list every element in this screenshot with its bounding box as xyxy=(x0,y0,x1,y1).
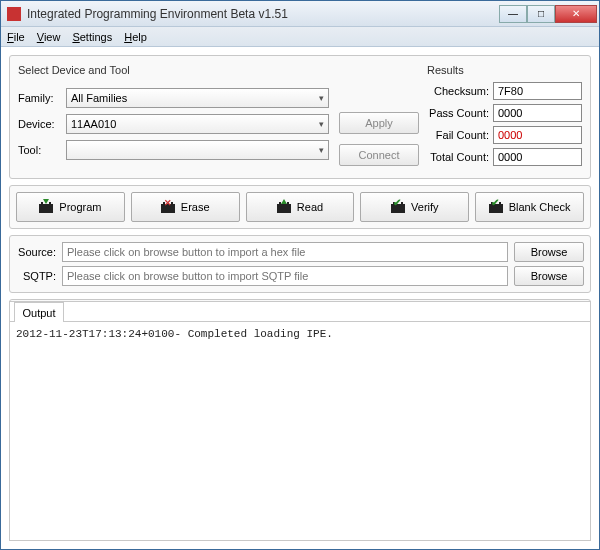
family-label: Family: xyxy=(18,92,60,104)
results-section: Results Checksum: 7F80 Pass Count: 0000 … xyxy=(427,64,582,170)
erase-label: Erase xyxy=(181,201,210,213)
menubar: File View Settings Help xyxy=(1,27,599,47)
tool-label: Tool: xyxy=(18,144,60,156)
actions-panel: Program ✕ Erase Read ✔ Verify ✔ Blank Ch… xyxy=(9,185,591,229)
read-icon xyxy=(277,201,291,213)
fail-count-label: Fail Count: xyxy=(427,129,489,141)
source-panel: Source: Browse SQTP: Browse xyxy=(9,235,591,293)
device-value: 11AA010 xyxy=(71,118,116,130)
select-legend: Select Device and Tool xyxy=(18,64,419,76)
minimize-button[interactable]: — xyxy=(499,5,527,23)
device-combo[interactable]: 11AA010 xyxy=(66,114,329,134)
results-legend: Results xyxy=(427,64,582,76)
blank-check-button[interactable]: ✔ Blank Check xyxy=(475,192,584,222)
connect-button[interactable]: Connect xyxy=(339,144,419,166)
output-tab[interactable]: Output xyxy=(14,302,64,322)
family-value: All Families xyxy=(71,92,127,104)
program-label: Program xyxy=(59,201,101,213)
verify-label: Verify xyxy=(411,201,439,213)
source-label: Source: xyxy=(16,246,56,258)
pass-count-value: 0000 xyxy=(493,104,582,122)
top-panel: Select Device and Tool Family: All Famil… xyxy=(9,55,591,179)
output-textarea[interactable]: 2012-11-23T17:13:24+0100- Completed load… xyxy=(10,321,590,540)
blank-check-label: Blank Check xyxy=(509,201,571,213)
total-count-value: 0000 xyxy=(493,148,582,166)
total-count-label: Total Count: xyxy=(427,151,489,163)
apply-button[interactable]: Apply xyxy=(339,112,419,134)
checksum-label: Checksum: xyxy=(427,85,489,97)
browse-source-button[interactable]: Browse xyxy=(514,242,584,262)
content-area: Select Device and Tool Family: All Famil… xyxy=(1,47,599,301)
select-device-section: Select Device and Tool Family: All Famil… xyxy=(18,64,419,170)
verify-icon: ✔ xyxy=(391,201,405,213)
tool-combo[interactable] xyxy=(66,140,329,160)
maximize-button[interactable]: □ xyxy=(527,5,555,23)
window-buttons: — □ ✕ xyxy=(499,5,597,23)
pass-count-label: Pass Count: xyxy=(427,107,489,119)
program-button[interactable]: Program xyxy=(16,192,125,222)
read-label: Read xyxy=(297,201,323,213)
output-section: Output 2012-11-23T17:13:24+0100- Complet… xyxy=(9,301,591,541)
family-combo[interactable]: All Families xyxy=(66,88,329,108)
fail-count-value: 0000 xyxy=(493,126,582,144)
sqtp-input[interactable] xyxy=(62,266,508,286)
program-icon xyxy=(39,201,53,213)
window-title: Integrated Programming Environment Beta … xyxy=(27,7,499,21)
menu-view[interactable]: View xyxy=(37,31,61,43)
erase-icon: ✕ xyxy=(161,201,175,213)
device-label: Device: xyxy=(18,118,60,130)
menu-help[interactable]: Help xyxy=(124,31,147,43)
checksum-value: 7F80 xyxy=(493,82,582,100)
sqtp-label: SQTP: xyxy=(16,270,56,282)
blank-check-icon: ✔ xyxy=(489,201,503,213)
read-button[interactable]: Read xyxy=(246,192,355,222)
browse-sqtp-button[interactable]: Browse xyxy=(514,266,584,286)
menu-file[interactable]: File xyxy=(7,31,25,43)
close-button[interactable]: ✕ xyxy=(555,5,597,23)
verify-button[interactable]: ✔ Verify xyxy=(360,192,469,222)
titlebar: Integrated Programming Environment Beta … xyxy=(1,1,599,27)
source-input[interactable] xyxy=(62,242,508,262)
app-icon xyxy=(7,7,21,21)
menu-settings[interactable]: Settings xyxy=(72,31,112,43)
app-window: Integrated Programming Environment Beta … xyxy=(0,0,600,550)
erase-button[interactable]: ✕ Erase xyxy=(131,192,240,222)
